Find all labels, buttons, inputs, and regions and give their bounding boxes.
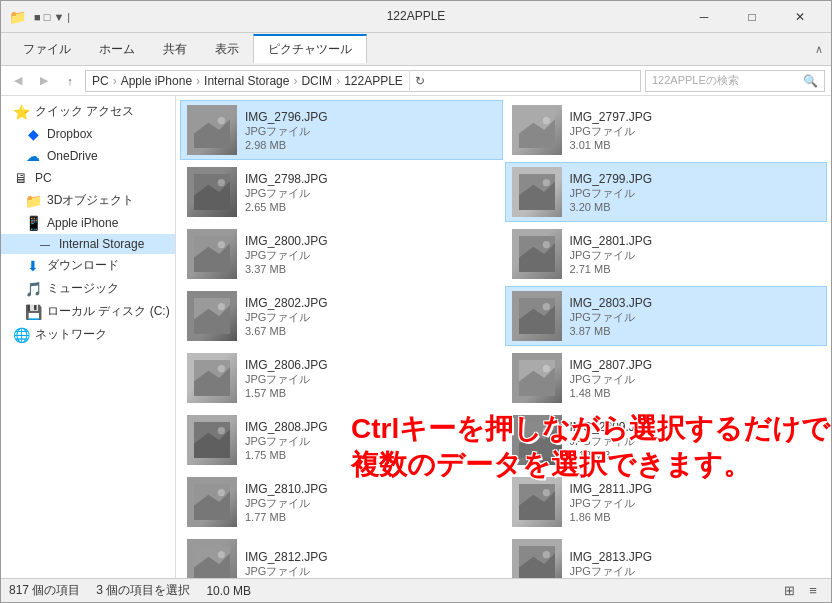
file-item[interactable]: IMG_2800.JPGJPGファイル3.37 MB [180,224,503,284]
file-info: IMG_2803.JPGJPGファイル3.87 MB [570,296,821,337]
titlebar: 📁 ■ □ ▼ | 122APPLE ─ □ ✕ [1,1,831,33]
file-item[interactable]: IMG_2810.JPGJPGファイル1.77 MB [180,472,503,532]
back-button[interactable]: ◀ [7,70,29,92]
file-size: 3.37 MB [245,263,496,275]
file-size: 2.98 MB [245,139,496,151]
path-sep-3: › [293,74,297,88]
file-item[interactable]: IMG_2813.JPGJPGファイル [505,534,828,578]
file-name: IMG_2801.JPG [570,234,821,248]
file-item[interactable]: IMG_2796.JPGJPGファイル2.98 MB [180,100,503,160]
file-name: IMG_2799.JPG [570,172,821,186]
3d-icon: 📁 [25,193,41,209]
svg-point-26 [218,365,225,372]
sidebar-item-3dobjects[interactable]: 📁 3Dオブジェクト [1,189,175,212]
file-type: JPGファイル [245,248,496,263]
dropbox-icon: ◆ [25,126,41,142]
file-thumbnail [187,291,237,341]
sidebar-item-music[interactable]: 🎵 ミュージック [1,277,175,300]
file-thumbnail [512,353,562,403]
sidebar-item-pc[interactable]: 🖥 PC [1,167,175,189]
file-size: 1.86 MB [570,511,821,523]
file-info: IMG_2806.JPGJPGファイル1.57 MB [245,358,496,399]
sidebar-label-downloads: ダウンロード [47,257,119,274]
file-type: JPGファイル [570,310,821,325]
tab-picturetool[interactable]: ピクチャツール [253,34,367,63]
file-size: 1.75 MB [245,449,496,461]
drive-icon: 💾 [25,304,41,320]
sidebar-item-network[interactable]: 🌐 ネットワーク [1,323,175,346]
minimize-button[interactable]: ─ [681,1,727,33]
file-size: 1.48 MB [570,387,821,399]
up-button[interactable]: ↑ [59,70,81,92]
file-name: IMG_2809.JPG [570,420,821,434]
tab-view[interactable]: 表示 [201,36,253,63]
file-item[interactable]: IMG_2798.JPGJPGファイル2.65 MB [180,162,503,222]
close-button[interactable]: ✕ [777,1,823,33]
file-type: JPGファイル [570,124,821,139]
svg-point-11 [542,179,549,186]
tab-file[interactable]: ファイル [9,36,85,63]
sidebar-label-dropbox: Dropbox [47,127,92,141]
sidebar-label-iphone: Apple iPhone [47,216,118,230]
file-thumbnail [512,229,562,279]
file-info: IMG_2799.JPGJPGファイル3.20 MB [570,172,821,213]
addressbar: ◀ ▶ ↑ PC › Apple iPhone › Internal Stora… [1,66,831,96]
sidebar-label-pc: PC [35,171,52,185]
file-item[interactable]: IMG_2806.JPGJPGファイル1.57 MB [180,348,503,408]
sidebar-item-onedrive[interactable]: ☁ OneDrive [1,145,175,167]
address-path[interactable]: PC › Apple iPhone › Internal Storage › D… [85,70,641,92]
file-item[interactable]: IMG_2811.JPGJPGファイル1.86 MB [505,472,828,532]
tab-home[interactable]: ホーム [85,36,149,63]
refresh-button[interactable]: ↻ [409,70,431,92]
content-wrapper: Ctrlキーを押しながら選択するだけで 複数のデータを選択できます。 IMG_2… [176,96,831,578]
file-type: JPGファイル [245,564,496,579]
file-info: IMG_2807.JPGJPGファイル1.48 MB [570,358,821,399]
file-item[interactable]: IMG_2803.JPGJPGファイル3.87 MB [505,286,828,346]
file-item[interactable]: IMG_2797.JPGJPGファイル3.01 MB [505,100,828,160]
file-item[interactable]: IMG_2807.JPGJPGファイル1.48 MB [505,348,828,408]
search-icon[interactable]: 🔍 [803,74,818,88]
forward-button[interactable]: ▶ [33,70,55,92]
ribbon-toggle[interactable]: ∧ [815,43,823,56]
tab-share[interactable]: 共有 [149,36,201,63]
path-pc: PC [92,74,109,88]
file-type: JPGファイル [245,310,496,325]
sidebar-item-quickaccess[interactable]: ⭐ クイック アクセス [1,100,175,123]
file-item[interactable]: IMG_2812.JPGJPGファイル [180,534,503,578]
file-item[interactable]: IMG_2802.JPGJPGファイル3.67 MB [180,286,503,346]
sidebar-item-dropbox[interactable]: ◆ Dropbox [1,123,175,145]
file-size: 2.65 MB [245,201,496,213]
file-item[interactable]: IMG_2808.JPGJPGファイル1.75 MB [180,410,503,470]
file-thumbnail [512,539,562,578]
file-item[interactable]: IMG_2799.JPGJPGファイル3.20 MB [505,162,828,222]
file-thumbnail [187,229,237,279]
file-size: 2.12 MB [570,449,821,461]
file-info: IMG_2813.JPGJPGファイル [570,550,821,579]
view-list-icon[interactable]: ≡ [803,581,823,601]
file-type: JPGファイル [245,372,496,387]
svg-point-20 [218,303,225,310]
sidebar-item-cdrive[interactable]: 💾 ローカル ディスク (C:) [1,300,175,323]
file-thumbnail [512,415,562,465]
path-iphone: Apple iPhone [121,74,192,88]
sidebar-item-internal-storage[interactable]: — Internal Storage [1,234,175,254]
file-info: IMG_2812.JPGJPGファイル [245,550,496,579]
file-item[interactable]: IMG_2809.JPGJPGファイル2.12 MB [505,410,828,470]
file-size: 1.77 MB [245,511,496,523]
sidebar-item-downloads[interactable]: ⬇ ダウンロード [1,254,175,277]
svg-point-41 [542,489,549,496]
search-box[interactable]: 122APPLEの検索 🔍 [645,70,825,92]
file-item[interactable]: IMG_2801.JPGJPGファイル2.71 MB [505,224,828,284]
maximize-button[interactable]: □ [729,1,775,33]
sidebar-label-music: ミュージック [47,280,119,297]
sidebar-item-iphone[interactable]: 📱 Apple iPhone [1,212,175,234]
file-name: IMG_2813.JPG [570,550,821,564]
view-large-icon[interactable]: ⊞ [779,581,799,601]
file-info: IMG_2808.JPGJPGファイル1.75 MB [245,420,496,461]
file-type: JPGファイル [245,124,496,139]
statusbar-right: ⊞ ≡ [779,581,823,601]
svg-point-17 [542,241,549,248]
file-type: JPGファイル [570,186,821,201]
path-sep-4: › [336,74,340,88]
file-info: IMG_2810.JPGJPGファイル1.77 MB [245,482,496,523]
